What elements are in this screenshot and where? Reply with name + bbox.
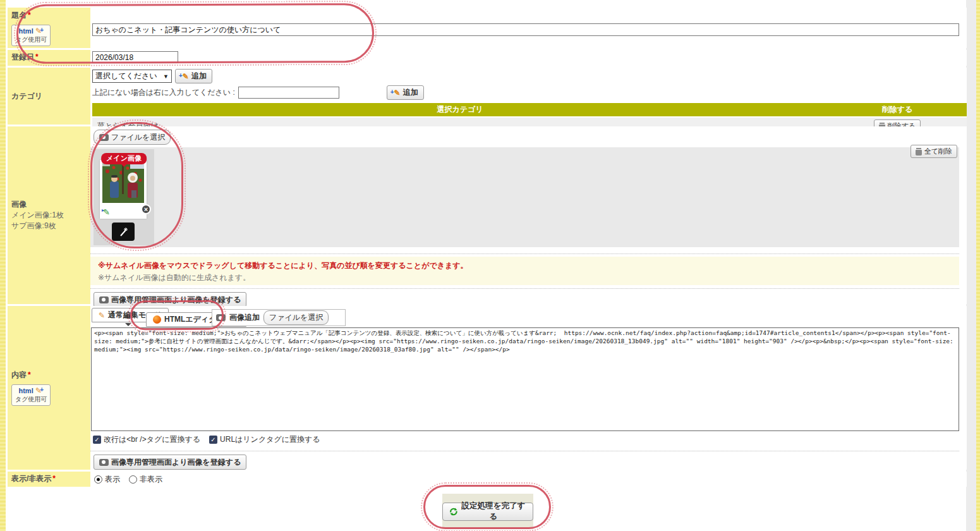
url-link-checkbox[interactable]: ✓ URLはリンクタグに置換する — [209, 434, 320, 445]
content-file-select-button[interactable]: ファイルを選択 — [263, 310, 329, 325]
content-options: ✓ 改行は<br />タグに置換する ✓ URLはリンクタグに置換する — [93, 434, 320, 445]
required-mark: * — [52, 474, 56, 483]
article-edit-page: 題名* html ✎+ タグ使用可 登録日* カテゴリ — [0, 0, 980, 531]
image-label-cell: 画像 メイン画像:1枚 サブ画像:9枚 — [8, 126, 90, 304]
article-form: 題名* html ✎+ タグ使用可 登録日* カテゴリ — [8, 8, 967, 487]
auto-note: ※サムネイル画像は自動的に生成されます。 — [98, 272, 952, 284]
visibility-content-cell: 表示 非表示 — [90, 472, 967, 487]
required-mark: * — [28, 11, 31, 20]
page-right-gutter — [966, 0, 976, 531]
checkbox-checked-icon: ✓ — [209, 436, 217, 444]
delete-all-button[interactable]: 全て削除 — [910, 145, 957, 158]
date-content-cell — [90, 50, 967, 66]
plus-icon: + — [40, 386, 44, 393]
sub-image-count: サブ画像:9枚 — [11, 221, 87, 231]
separator — [90, 451, 959, 451]
category-other-input[interactable] — [238, 87, 339, 99]
separator — [90, 253, 959, 254]
html-badge-subtext: タグ使用可 — [15, 396, 47, 404]
thumbnail-card[interactable]: ▸✎ × — [100, 160, 147, 219]
image-manager-register-label: 画像専用管理画面より画像を登録する — [111, 457, 241, 468]
category-add-button-2[interactable]: +✎ 追加 — [387, 85, 424, 100]
drag-note: ※サムネイル画像をマウスでドラッグして移動することにより、写真の並び順を変更する… — [98, 260, 952, 272]
image-manager-register-button-2[interactable]: 画像専用管理画面より画像を登録する — [94, 455, 246, 470]
chevron-down-icon: ▼ — [163, 73, 169, 80]
main-image-count: メイン画像:1枚 — [11, 210, 87, 221]
delete-header: 削除する — [828, 104, 967, 115]
url-link-label: URLはリンクタグに置換する — [220, 434, 320, 445]
image-label: 画像 — [11, 199, 87, 210]
title-row: 題名* html ✎+ タグ使用可 — [8, 8, 967, 48]
title-label-cell: 題名* html ✎+ タグ使用可 — [8, 8, 90, 48]
page-left-border — [0, 0, 6, 531]
category-other-hint: 上記にない場合は右に入力してください : — [92, 87, 235, 98]
category-table-header: 選択カテゴリ 削除する — [92, 103, 967, 116]
visibility-label-cell: 表示/非表示* — [8, 472, 90, 487]
category-select[interactable]: 選択してください ▼ — [92, 70, 172, 83]
pencil-icon: ✎ — [183, 72, 189, 81]
visibility-row: 表示/非表示* 表示 非表示 — [8, 472, 967, 487]
category-row: カテゴリ 選択してください ▼ +✎ 追加 上記にない場合は右に入力してください… — [8, 68, 967, 125]
camera-icon — [99, 459, 109, 466]
refresh-icon — [449, 507, 458, 516]
br-replace-checkbox[interactable]: ✓ 改行は<br />タグに置換する — [93, 434, 200, 445]
trash-icon — [916, 148, 922, 156]
camera-icon — [216, 314, 226, 321]
title-input[interactable] — [92, 23, 959, 36]
category-add-button[interactable]: +✎ 追加 — [175, 69, 212, 83]
delete-all-label: 全て削除 — [924, 147, 952, 156]
add-button-label: 追加 — [191, 71, 207, 82]
html-badge-text: html — [18, 27, 33, 35]
image-file-select-button[interactable]: ファイルを選択 — [94, 130, 171, 145]
html-tag-allowed-badge: html ✎+ タグ使用可 — [11, 25, 51, 46]
br-replace-label: 改行は<br />タグに置換する — [104, 434, 200, 445]
image-content-cell: ファイルを選択 全て削除 メイン画像 — [90, 126, 967, 304]
selected-category-header: 選択カテゴリ — [92, 104, 828, 115]
radio-show[interactable]: 表示 — [94, 474, 120, 485]
content-textarea[interactable]: <p><span style="font-size: medium;">おちゃの… — [91, 327, 959, 431]
remove-image-button[interactable]: × — [141, 204, 151, 214]
radio-hide[interactable]: 非表示 — [129, 474, 162, 485]
content-label-cell: 内容* html ✎+ タグ使用可 — [8, 306, 90, 470]
pencil-icon: ✎ — [99, 311, 105, 320]
camera-icon — [99, 134, 109, 141]
content-content-cell: ✎ 通常編集モード HTMLエディタモード 画像追加 ファイルを選択 <p><s… — [90, 306, 967, 470]
image-manager-register-button[interactable]: 画像専用管理画面より画像を登録する — [94, 292, 246, 307]
radio-selected-icon — [94, 475, 102, 484]
submit-button[interactable]: 設定処理を完了する — [442, 503, 533, 521]
html-editor-icon — [153, 315, 161, 324]
date-input[interactable] — [92, 51, 178, 63]
title-content-cell — [90, 8, 967, 48]
category-label-cell: カテゴリ — [8, 68, 90, 125]
category-content-cell: 選択してください ▼ +✎ 追加 上記にない場合は右に入力してください : +✎… — [90, 68, 967, 125]
radio-unselected-icon — [129, 475, 137, 484]
date-label-cell: 登録日* — [8, 50, 90, 66]
main-image-badge: メイン画像 — [101, 153, 147, 164]
html-badge-subtext: タグ使用可 — [15, 36, 47, 44]
image-add-label: 画像追加 — [229, 312, 260, 323]
content-row: 内容* html ✎+ タグ使用可 ✎ 通常編集モード HTMLエディタモード — [8, 306, 967, 470]
title-label: 題名 — [11, 11, 27, 20]
radio-hide-label: 非表示 — [140, 474, 162, 485]
thumbnail-cell[interactable]: メイン画像 — [94, 149, 154, 245]
thumbnail-notes: ※サムネイル画像をマウスでドラッグして移動することにより、写真の並び順を変更する… — [90, 257, 959, 285]
magic-wand-icon — [118, 227, 129, 237]
separator — [90, 288, 959, 289]
category-label: カテゴリ — [11, 91, 42, 102]
pencil-icon: ✎ — [394, 88, 401, 97]
required-mark: * — [28, 370, 31, 379]
date-label: 登録日 — [11, 52, 34, 61]
html-tag-allowed-badge: html ✎+ タグ使用可 — [11, 384, 51, 406]
visibility-label: 表示/非表示 — [11, 474, 51, 483]
radio-show-label: 表示 — [105, 474, 120, 485]
image-manager-register-label: 画像専用管理画面より画像を登録する — [111, 295, 241, 305]
page-right-border — [976, 0, 980, 531]
required-mark: * — [35, 52, 39, 61]
image-add-toolbar: 画像追加 ファイルを選択 — [212, 309, 346, 326]
wand-button[interactable] — [112, 223, 135, 241]
edit-pencil-icon[interactable]: ▸✎ — [102, 207, 110, 217]
category-select-value: 選択してください — [95, 71, 157, 82]
add-button-label: 追加 — [403, 87, 418, 98]
plus-icon: + — [40, 27, 44, 34]
submit-panel: 設定処理を完了する — [442, 494, 533, 529]
